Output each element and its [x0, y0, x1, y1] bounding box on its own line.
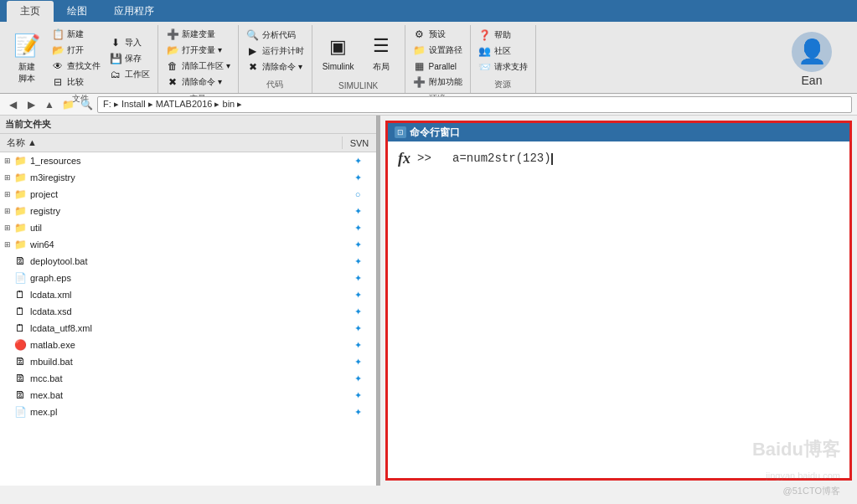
- request-label: 请求支持: [494, 61, 528, 73]
- up-button[interactable]: ▲: [42, 97, 57, 112]
- new-script-icon: 📝: [13, 33, 40, 59]
- svn-status: ✦: [341, 172, 374, 183]
- list-item[interactable]: 🖺mcc.bat✦: [0, 370, 376, 387]
- tab-plot[interactable]: 绘图: [54, 1, 101, 22]
- file-table-header: 名称 ▲ SVN: [0, 134, 376, 152]
- col-name-header: 名称 ▲: [0, 136, 343, 149]
- help-button[interactable]: ❓ 帮助: [476, 28, 530, 43]
- browse-button[interactable]: 📁: [60, 97, 75, 112]
- parallel-button[interactable]: ▦ Parallel: [410, 59, 465, 74]
- clear-cmd2-button[interactable]: ✖ 清除命令 ▾: [244, 59, 307, 75]
- new-var-button[interactable]: ➕ 新建变量: [163, 27, 233, 42]
- list-item[interactable]: 🗒lcdata_utf8.xml✦: [0, 320, 376, 337]
- save-button[interactable]: 💾 保存: [106, 51, 152, 66]
- main-content: 当前文件夹 名称 ▲ SVN ⊞📁1_resources✦⊞📁m3iregist…: [0, 116, 857, 486]
- tab-apps[interactable]: 应用程序: [101, 1, 168, 22]
- add-feature-label: 附加功能: [429, 76, 462, 88]
- command-window[interactable]: ⊡ 命令行窗口 fx >> a=num2str(123): [385, 121, 852, 481]
- clear-cmd-icon: ✖: [166, 75, 179, 89]
- add-feature-icon: ➕: [413, 75, 426, 89]
- view-file-button[interactable]: 👁 查找文件: [49, 59, 103, 74]
- file-type-icon: 🖺: [13, 388, 27, 402]
- layout-button[interactable]: ☰ 布局: [363, 29, 400, 76]
- list-item[interactable]: 🖺mex.bat✦: [0, 387, 376, 404]
- list-item[interactable]: 🖺deploytool.bat✦: [0, 253, 376, 270]
- request-button[interactable]: 📨 请求支持: [476, 59, 530, 75]
- ribbon-group-code: 🔍 分析代码 ▶ 运行并计时 ✖ 清除命令 ▾ 代码: [239, 25, 312, 93]
- expand-icon[interactable]: ⊞: [2, 222, 13, 234]
- run-timer-label: 运行并计时: [262, 45, 304, 57]
- svn-status: ✦: [341, 390, 374, 401]
- workarea-label: 工作区: [125, 69, 150, 80]
- list-item[interactable]: 🖺mbuild.bat✦: [0, 353, 376, 370]
- compare-button[interactable]: ⊟ 比较: [49, 75, 103, 90]
- clear-cmd2-label: 清除命令 ▾: [262, 61, 302, 73]
- list-item[interactable]: ⊞📁1_resources✦: [0, 152, 376, 169]
- add-feature-button[interactable]: ➕ 附加功能: [410, 75, 465, 90]
- cmd-fx-symbol: fx: [398, 150, 410, 168]
- preferences-button[interactable]: ⚙ 预设: [410, 27, 465, 42]
- file-name: registry: [30, 206, 341, 216]
- list-item[interactable]: ⊞📁project○: [0, 186, 376, 203]
- file-type-icon: 📄: [13, 405, 27, 419]
- list-item[interactable]: ⊞📁win64✦: [0, 236, 376, 253]
- file-type-icon: 📁: [13, 154, 27, 167]
- list-item[interactable]: 📄graph.eps✦: [0, 270, 376, 286]
- cmd-prompt-symbol: >>: [417, 152, 431, 165]
- community-button[interactable]: 👥 社区: [476, 44, 530, 59]
- cmd-body[interactable]: fx >> a=num2str(123): [388, 141, 849, 478]
- file-type-icon: 🗒: [13, 321, 27, 335]
- list-item[interactable]: ⊞📁registry✦: [0, 203, 376, 219]
- svn-status: ✦: [341, 306, 374, 317]
- search-button[interactable]: 🔍: [79, 97, 94, 112]
- back-button[interactable]: ◀: [5, 97, 20, 112]
- run-timer-button[interactable]: ▶ 运行并计时: [244, 44, 307, 59]
- clear-cmd-button[interactable]: ✖ 清除命令 ▾: [163, 75, 233, 90]
- new-label: 新建: [67, 28, 84, 40]
- cmd-command-text: a=num2str(123): [452, 152, 551, 165]
- file-browser-title: 当前文件夹: [0, 116, 376, 134]
- open-var-button[interactable]: 📂 打开变量 ▾: [163, 43, 233, 58]
- expand-icon[interactable]: ⊞: [2, 239, 13, 250]
- analyze-button[interactable]: 🔍 分析代码: [244, 28, 307, 43]
- simulink-button[interactable]: ▣ Simulink: [318, 30, 359, 75]
- list-item[interactable]: 🔴matlab.exe✦: [0, 337, 376, 353]
- cmd-title-text: 命令行窗口: [410, 126, 460, 140]
- expand-icon[interactable]: ⊞: [2, 172, 13, 183]
- expand-icon[interactable]: ⊞: [2, 205, 13, 217]
- cmd-title-bar: ⊡ 命令行窗口: [388, 123, 849, 141]
- forward-button[interactable]: ▶: [23, 97, 39, 112]
- import-button[interactable]: ⬇ 导入: [106, 35, 152, 50]
- list-item[interactable]: 🗒lcdata.xsd✦: [0, 303, 376, 320]
- open-button[interactable]: 📂 打开: [49, 43, 103, 58]
- analyze-icon: 🔍: [246, 28, 260, 42]
- set-path-button[interactable]: 📁 设置路径: [410, 43, 465, 58]
- open-var-label: 打开变量 ▾: [182, 44, 222, 56]
- new-script-button[interactable]: 📝 新建脚本: [8, 29, 45, 88]
- ribbon-group-env: ⚙ 预设 📁 设置路径 ▦ Parallel ➕ 附加功能 环境: [405, 25, 471, 93]
- clear-work-button[interactable]: 🗑 清除工作区 ▾: [163, 59, 233, 74]
- analyze-label: 分析代码: [262, 29, 296, 41]
- tab-home[interactable]: 主页: [7, 1, 54, 22]
- file-name: lcdata.xml: [30, 290, 341, 300]
- file-name: win64: [30, 239, 341, 249]
- expand-icon[interactable]: ⊞: [2, 188, 13, 200]
- list-item[interactable]: ⊞📁m3iregistry✦: [0, 169, 376, 186]
- address-path[interactable]: F: ▸ Install ▸ MATLAB2016 ▸ bin ▸: [97, 96, 852, 113]
- list-item[interactable]: ⊞📁util✦: [0, 219, 376, 236]
- list-item[interactable]: 📄mex.pl✦: [0, 404, 376, 420]
- list-item[interactable]: 🗒lcdata.xml✦: [0, 286, 376, 303]
- new-button[interactable]: 📋 新建: [49, 27, 103, 42]
- cmd-prompt: >> a=num2str(123): [417, 150, 553, 167]
- address-bar: ◀ ▶ ▲ 📁 🔍 F: ▸ Install ▸ MATLAB2016 ▸ bi…: [0, 94, 857, 116]
- import-label: 导入: [125, 37, 142, 49]
- new-var-label: 新建变量: [182, 28, 215, 40]
- svn-status: ✦: [341, 373, 374, 384]
- resources-group-label: 资源: [494, 79, 511, 90]
- user-area: 👤 Ean: [770, 25, 854, 93]
- set-path-icon: 📁: [413, 44, 426, 57]
- ribbon-group-simulink: ▣ Simulink ☰ 布局 SIMULINK: [312, 25, 405, 93]
- workarea-button[interactable]: 🗂 工作区: [106, 67, 152, 82]
- file-name: util: [30, 223, 341, 233]
- expand-icon[interactable]: ⊞: [2, 155, 13, 167]
